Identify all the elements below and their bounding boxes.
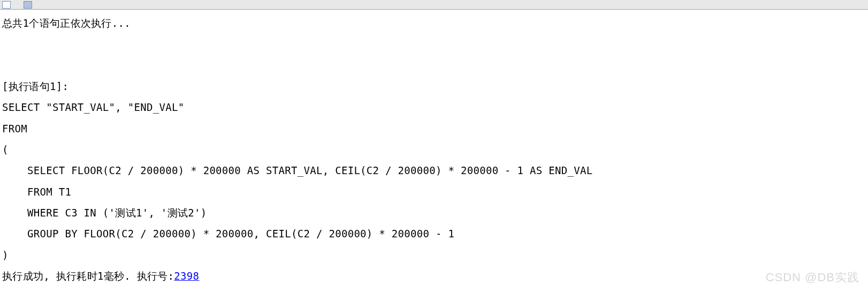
output-panel: 总共1个语句正依次执行... [执行语句1]: SELECT "START_VA… [0, 10, 868, 292]
exec-id-link[interactable]: 2398 [174, 270, 199, 282]
sql-line-1: SELECT "START_VAL", "END_VAL" [2, 101, 184, 113]
result-text: 执行成功, 执行耗时1毫秒. 执行号: [2, 270, 174, 282]
sql-line-7: GROUP BY FLOOR(C2 / 200000) * 200000, CE… [2, 228, 454, 239]
tab-bar [0, 0, 868, 10]
sql-line-2: FROM [2, 123, 27, 134]
tab-icon-2[interactable] [24, 1, 32, 9]
statement-header: [执行语句1]: [2, 80, 68, 92]
header-line: 总共1个语句正依次执行... [2, 17, 131, 29]
sql-line-4: SELECT FLOOR(C2 / 200000) * 200000 AS ST… [2, 164, 592, 176]
sql-line-6: WHERE C3 IN ('测试1', '测试2') [2, 207, 207, 219]
sql-line-3: ( [2, 144, 9, 155]
sql-line-8: ) [2, 249, 9, 261]
tab-icon-1[interactable] [2, 1, 11, 9]
sql-line-5: FROM T1 [2, 186, 71, 198]
